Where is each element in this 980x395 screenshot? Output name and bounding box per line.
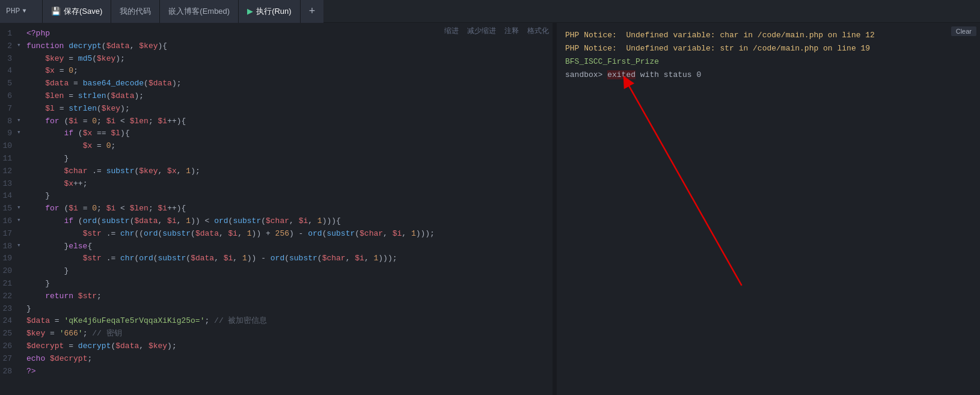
run-button[interactable]: ▶ 执行(Run) (238, 0, 300, 23)
line-number: 28 (0, 366, 17, 378)
line-number: 26 (0, 340, 17, 353)
format-button[interactable]: 格式化 (524, 25, 553, 37)
editor-mini-toolbar: 缩进 减少缩进 注释 格式化 (441, 25, 553, 37)
table-row: 24 $data = 'qKe4j6uFeqaTe5rVqqaXiKig25o=… (0, 315, 553, 328)
mycode-button[interactable]: 我的代码 (111, 0, 159, 23)
code-line: for ($i = 0; $i < $len; $i++){ (26, 115, 553, 128)
fold-indicator[interactable]: ▾ (17, 115, 26, 126)
list-item: PHP Notice: Undefined variable: str in /… (565, 42, 972, 55)
line-number: 9 (0, 127, 17, 140)
line-number: 1 (0, 28, 17, 40)
line-number: 3 (0, 53, 17, 66)
fold-indicator (17, 340, 26, 350)
table-row: 13 $x++; (0, 178, 553, 191)
toolbar: PHP ▼ 💾 保存(Save) 我的代码 嵌入博客(Embed) ▶ 执行(R… (0, 0, 980, 23)
fold-indicator[interactable]: ▾ (17, 40, 26, 51)
table-row: 14 } (0, 190, 553, 203)
line-number: 16 (0, 215, 17, 228)
table-row: 10 $x = 0; (0, 140, 553, 153)
output-lines: PHP Notice: Undefined variable: char in … (565, 29, 972, 82)
code-line: $str .= chr((ord(substr($data, $i, 1)) +… (26, 228, 553, 240)
table-row: 15▾ for ($i = 0; $i < $len; $i++){ (0, 203, 553, 215)
code-line: echo $decrypt; (26, 353, 553, 366)
exited-word: exited (607, 70, 635, 79)
table-row: 6 $len = strlen($data); (0, 90, 553, 103)
line-number: 27 (0, 353, 17, 366)
line-number: 22 (0, 290, 17, 303)
clear-button[interactable]: Clear (951, 26, 976, 36)
line-number: 18 (0, 240, 17, 253)
line-number: 5 (0, 78, 17, 90)
svg-line-0 (626, 81, 742, 286)
fold-indicator (17, 303, 26, 313)
fold-indicator[interactable]: ▾ (17, 203, 26, 213)
table-row: 19 $str .= chr(ord(substr($data, $i, 1))… (0, 253, 553, 265)
table-row: 18▾ }else{ (0, 240, 553, 253)
code-line: for ($i = 0; $i < $len; $i++){ (26, 203, 553, 215)
code-line: $l = strlen($key); (26, 103, 553, 115)
fold-indicator[interactable]: ▾ (17, 215, 26, 226)
code-lines-container: 1 <?php2▾function decrypt($data, $key){3… (0, 25, 553, 395)
table-row: 16▾ if (ord(substr($data, $i, 1)) < ord(… (0, 215, 553, 228)
list-item: sandbox> exited with status 0 (565, 69, 972, 82)
add-tab-button[interactable]: + (300, 0, 324, 23)
table-row: 8▾ for ($i = 0; $i < $len; $i++){ (0, 115, 553, 128)
indent-button[interactable]: 缩进 (441, 25, 462, 37)
line-number: 12 (0, 165, 17, 178)
table-row: 28 ?> (0, 366, 553, 378)
line-number: 21 (0, 278, 17, 290)
line-number: 11 (0, 153, 17, 165)
table-row: 17 $str .= chr((ord(substr($data, $i, 1)… (0, 228, 553, 240)
code-line: $str .= chr(ord(substr($data, $i, 1)) - … (26, 253, 553, 265)
table-row: 3 $key = md5($key); (0, 53, 553, 66)
code-line: $key = md5($key); (26, 53, 553, 66)
table-row: 21 } (0, 278, 553, 290)
table-row: 26 $decrypt = decrypt($data, $key); (0, 340, 553, 353)
fold-indicator (17, 65, 26, 75)
table-row: 23 } (0, 303, 553, 316)
line-number: 8 (0, 115, 17, 128)
fold-indicator (17, 228, 26, 237)
table-row: 12 $char .= substr($key, $x, 1); (0, 165, 553, 178)
fold-indicator[interactable]: ▾ (17, 127, 26, 138)
dropdown-arrow-icon: ▼ (22, 8, 26, 14)
table-row: 2▾function decrypt($data, $key){ (0, 40, 553, 53)
code-line: if ($x == $l){ (26, 127, 553, 140)
language-label: PHP (6, 7, 20, 16)
code-line: if (ord(substr($data, $i, 1)) < ord(subs… (26, 215, 553, 228)
comment-button[interactable]: 注释 (501, 25, 522, 37)
table-row: 11 } (0, 153, 553, 165)
code-line: } (26, 153, 553, 165)
line-number: 6 (0, 90, 17, 103)
table-row: 7 $l = strlen($key); (0, 103, 553, 115)
fold-indicator (17, 290, 26, 300)
embed-button[interactable]: 嵌入博客(Embed) (159, 0, 238, 23)
code-line: } (26, 190, 553, 203)
code-line: $len = strlen($data); (26, 90, 553, 103)
unindent-button[interactable]: 减少缩进 (464, 25, 500, 37)
line-number: 13 (0, 178, 17, 191)
code-line: } (26, 278, 553, 290)
save-button[interactable]: 💾 保存(Save) (42, 0, 111, 23)
fold-indicator (17, 253, 26, 262)
code-area[interactable]: 1 <?php2▾function decrypt($data, $key){3… (0, 23, 553, 395)
code-line: return $str; (26, 290, 553, 303)
fold-indicator (17, 190, 26, 200)
language-selector[interactable]: PHP ▼ (0, 0, 42, 23)
output-toolbar: Clear (951, 26, 976, 36)
main-layout: 缩进 减少缩进 注释 格式化 1 <?php2▾function decrypt… (0, 23, 980, 395)
line-number: 25 (0, 328, 17, 340)
fold-indicator (17, 315, 26, 325)
table-row: 25 $key = '666'; // 密钥 (0, 328, 553, 340)
code-line: $x = 0; (26, 65, 553, 78)
fold-indicator (17, 265, 26, 275)
code-line: function decrypt($data, $key){ (26, 40, 553, 53)
fold-indicator[interactable]: ▾ (17, 240, 26, 251)
table-row: 20 } (0, 265, 553, 278)
fold-indicator (17, 153, 26, 162)
line-number: 2 (0, 40, 17, 53)
line-number: 10 (0, 140, 17, 153)
table-row: 5 $data = base64_decode($data); (0, 78, 553, 90)
fold-indicator (17, 103, 26, 112)
line-number: 20 (0, 265, 17, 278)
